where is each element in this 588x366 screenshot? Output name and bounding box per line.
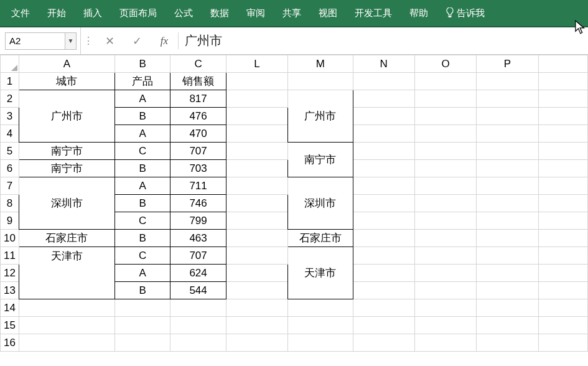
cell[interactable] [414, 334, 476, 352]
row-header-4[interactable]: 4 [1, 125, 19, 143]
ribbon-tab-共享[interactable]: 共享 [274, 1, 310, 26]
row-header-1[interactable]: 1 [1, 73, 19, 90]
cell[interactable] [538, 212, 587, 230]
city-cell[interactable]: 石家庄市 [19, 230, 114, 247]
product-cell[interactable]: A [114, 177, 170, 195]
cell[interactable] [477, 265, 538, 282]
cell[interactable] [353, 73, 414, 90]
product-cell[interactable]: B [114, 282, 170, 299]
sales-cell[interactable]: 799 [170, 212, 226, 230]
cell[interactable] [353, 317, 414, 334]
cell[interactable] [414, 299, 476, 317]
ribbon-tab-帮助[interactable]: 帮助 [401, 1, 437, 26]
cell[interactable] [353, 125, 414, 143]
col-header-P[interactable]: P [477, 55, 538, 73]
cell[interactable] [414, 177, 476, 195]
cell[interactable] [288, 73, 353, 90]
cell[interactable] [414, 212, 476, 230]
product-cell[interactable]: A [114, 90, 170, 108]
col-header-C[interactable]: C [170, 55, 226, 73]
product-cell[interactable]: B [114, 160, 170, 177]
cell[interactable] [114, 317, 170, 334]
cell[interactable] [414, 125, 476, 143]
row-header-15[interactable]: 15 [1, 317, 19, 334]
cell[interactable] [414, 73, 476, 90]
sales-cell[interactable]: 544 [170, 282, 226, 299]
cell[interactable] [414, 108, 476, 125]
cell[interactable] [226, 160, 287, 177]
sales-cell[interactable]: 707 [170, 143, 226, 160]
cell[interactable] [353, 212, 414, 230]
ribbon-tab-文件[interactable]: 文件 [2, 1, 39, 26]
sales-cell[interactable]: 703 [170, 160, 226, 177]
col-header-M[interactable]: M [288, 55, 353, 73]
header-cell-A[interactable]: 城市 [19, 73, 114, 90]
cell[interactable] [226, 73, 287, 90]
cell[interactable] [19, 299, 114, 317]
sales-cell[interactable]: 463 [170, 230, 226, 247]
sales-cell[interactable]: 711 [170, 177, 226, 195]
cell[interactable] [19, 334, 114, 352]
row-header-5[interactable]: 5 [1, 143, 19, 160]
cell[interactable] [477, 195, 538, 212]
city-cell[interactable]: 南宁市 [19, 160, 114, 177]
ribbon-tab-公式[interactable]: 公式 [166, 1, 202, 26]
cell[interactable] [226, 299, 287, 317]
row-header-8[interactable]: 8 [1, 195, 19, 212]
product-cell[interactable]: C [114, 143, 170, 160]
sales-cell[interactable]: 817 [170, 90, 226, 108]
summary-city-cell[interactable]: 广州市 [288, 90, 353, 143]
cell[interactable] [170, 334, 226, 352]
cell[interactable] [353, 265, 414, 282]
ribbon-tab-插入[interactable]: 插入 [75, 1, 111, 26]
cell[interactable] [353, 334, 414, 352]
cell[interactable] [538, 195, 587, 212]
cell[interactable] [114, 334, 170, 352]
header-cell-C[interactable]: 销售额 [170, 73, 226, 90]
row-header-12[interactable]: 12 [1, 265, 19, 282]
cell[interactable] [226, 195, 287, 212]
cell[interactable] [353, 299, 414, 317]
cell[interactable] [353, 177, 414, 195]
cell[interactable] [414, 143, 476, 160]
cell[interactable] [226, 125, 287, 143]
cell[interactable] [477, 108, 538, 125]
row-header-10[interactable]: 10 [1, 230, 19, 247]
cell[interactable] [414, 282, 476, 299]
cell[interactable] [538, 334, 587, 352]
cell[interactable] [538, 282, 587, 299]
cell[interactable] [414, 230, 476, 247]
cell[interactable] [226, 282, 287, 299]
cell[interactable] [170, 317, 226, 334]
sales-cell[interactable]: 624 [170, 265, 226, 282]
cell[interactable] [414, 160, 476, 177]
cell[interactable] [226, 265, 287, 282]
cell[interactable] [170, 299, 226, 317]
cell[interactable] [226, 177, 287, 195]
cell[interactable] [538, 230, 587, 247]
cell[interactable] [538, 177, 587, 195]
cell[interactable] [477, 317, 538, 334]
col-header-N[interactable]: N [353, 55, 414, 73]
col-header-extra[interactable] [538, 55, 587, 73]
cell[interactable] [226, 90, 287, 108]
cell[interactable] [226, 334, 287, 352]
cell[interactable] [477, 90, 538, 108]
row-header-7[interactable]: 7 [1, 177, 19, 195]
cell[interactable] [538, 265, 587, 282]
cell[interactable] [538, 160, 587, 177]
cell[interactable] [477, 73, 538, 90]
cell[interactable] [353, 195, 414, 212]
product-cell[interactable]: A [114, 265, 170, 282]
cell[interactable] [477, 230, 538, 247]
ribbon-tab-开发工具[interactable]: 开发工具 [346, 1, 401, 26]
product-cell[interactable]: B [114, 108, 170, 125]
summary-city-cell[interactable]: 石家庄市 [288, 230, 353, 247]
cell[interactable] [477, 212, 538, 230]
col-header-B[interactable]: B [114, 55, 170, 73]
name-box[interactable]: A2 [5, 32, 65, 50]
cell[interactable] [477, 299, 538, 317]
cell[interactable] [353, 282, 414, 299]
cell[interactable] [477, 282, 538, 299]
ribbon-tab-开始[interactable]: 开始 [39, 1, 75, 26]
